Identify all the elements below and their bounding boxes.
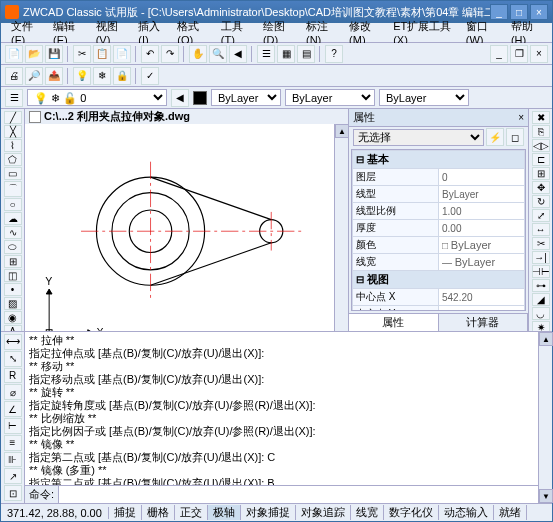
open-button[interactable]: 📂 <box>25 45 43 63</box>
freeze-button[interactable]: ❄ <box>93 67 111 85</box>
color-swatch[interactable] <box>193 91 207 105</box>
ellipse-tool[interactable]: ⬭ <box>4 240 22 254</box>
lock-button[interactable]: 🔒 <box>113 67 131 85</box>
circle-tool[interactable]: ○ <box>4 198 22 211</box>
linear-dim-tool[interactable]: ⟷ <box>4 334 22 350</box>
continue-dim-tool[interactable]: ⊪ <box>4 452 22 468</box>
drawing-canvas[interactable]: X Y <box>25 124 334 331</box>
cut-button[interactable]: ✂ <box>73 45 91 63</box>
command-scrollbar[interactable]: ▲ ▼ <box>538 332 552 503</box>
canvas-scrollbar-vertical[interactable]: ▲ ▼ <box>334 124 348 331</box>
status-正交[interactable]: 正交 <box>175 505 208 520</box>
xline-tool[interactable]: ╳ <box>4 125 22 138</box>
design-center-button[interactable]: ▦ <box>277 45 295 63</box>
command-input[interactable] <box>59 489 538 501</box>
doc-minimize-button[interactable]: _ <box>490 45 508 63</box>
properties-tab[interactable]: 属性 <box>349 314 439 331</box>
coordinates-display[interactable]: 371.42, 28.88, 0.00 <box>1 507 109 519</box>
layer-prev-button[interactable]: ◀ <box>171 89 189 107</box>
explode-tool[interactable]: ✷ <box>532 321 550 331</box>
diameter-dim-tool[interactable]: ⌀ <box>4 384 22 400</box>
lineweight-select[interactable]: ByLayer <box>379 89 469 106</box>
region-tool[interactable]: ◉ <box>4 311 22 324</box>
revcloud-tool[interactable]: ☁ <box>4 212 22 225</box>
fillet-tool[interactable]: ◡ <box>532 307 550 320</box>
status-栅格[interactable]: 栅格 <box>142 505 175 520</box>
status-对象捕捉[interactable]: 对象捕捉 <box>241 505 296 520</box>
baseline-dim-tool[interactable]: ≡ <box>4 435 22 451</box>
undo-button[interactable]: ↶ <box>141 45 159 63</box>
point-tool[interactable]: • <box>4 283 22 296</box>
chamfer-tool[interactable]: ◢ <box>532 293 550 306</box>
array-tool[interactable]: ⊞ <box>532 167 550 180</box>
select-objects-button[interactable]: ◻ <box>506 128 524 146</box>
radius-dim-tool[interactable]: R <box>4 368 22 384</box>
layer-select[interactable]: 💡 ❄ 🔓 0 <box>27 89 167 106</box>
trim-tool[interactable]: ✂ <box>532 237 550 250</box>
status-数字化仪[interactable]: 数字化仪 <box>384 505 439 520</box>
pan-button[interactable]: ✋ <box>189 45 207 63</box>
text-tool[interactable]: A <box>4 325 22 331</box>
redo-button[interactable]: ↷ <box>161 45 179 63</box>
stretch-tool[interactable]: ↔ <box>532 223 550 236</box>
publish-button[interactable]: 📤 <box>45 67 63 85</box>
scale-tool[interactable]: ⤢ <box>532 209 550 222</box>
move-tool[interactable]: ✥ <box>532 181 550 194</box>
erase-tool[interactable]: ✖ <box>532 111 550 124</box>
status-对象追踪[interactable]: 对象追踪 <box>296 505 351 520</box>
layer-props-button[interactable]: ☰ <box>5 89 23 107</box>
tolerance-tool[interactable]: ⊡ <box>4 485 22 501</box>
light-button[interactable]: 💡 <box>73 67 91 85</box>
spline-tool[interactable]: ∿ <box>4 226 22 239</box>
break-tool[interactable]: ⊣⊢ <box>532 265 550 278</box>
aligned-dim-tool[interactable]: ⤡ <box>4 351 22 367</box>
polygon-tool[interactable]: ⬠ <box>4 153 22 166</box>
ordinate-dim-tool[interactable]: ⊢ <box>4 418 22 434</box>
status-捕捉[interactable]: 捕捉 <box>109 505 142 520</box>
status-线宽[interactable]: 线宽 <box>351 505 384 520</box>
insert-tool[interactable]: ⊞ <box>4 255 22 268</box>
paste-button[interactable]: 📄 <box>113 45 131 63</box>
document-tab[interactable]: C:\...2 利用夹点拉伸对象.dwg <box>25 109 348 124</box>
polyline-tool[interactable]: ⌇ <box>4 139 22 152</box>
linetype-select[interactable]: ByLayer <box>285 89 375 106</box>
zoom-prev-button[interactable]: ◀ <box>229 45 247 63</box>
new-button[interactable]: 📄 <box>5 45 23 63</box>
block-tool[interactable]: ◫ <box>4 269 22 282</box>
arc-tool[interactable]: ⌒ <box>4 181 22 197</box>
cmd-scroll-up[interactable]: ▲ <box>539 332 553 346</box>
command-history[interactable]: ** 拉伸 **指定拉伸点或 [基点(B)/复制(C)/放弃(U)/退出(X)]… <box>25 332 538 485</box>
tool-palettes-button[interactable]: ▤ <box>297 45 315 63</box>
properties-grid[interactable]: ⊟ 基本 图层0 线型ByLayer 线型比例1.00 厚度0.00 颜色□ B… <box>351 149 526 311</box>
match-button[interactable]: ✓ <box>141 67 159 85</box>
extend-tool[interactable]: →| <box>532 251 550 264</box>
cmd-scroll-down[interactable]: ▼ <box>539 489 553 503</box>
doc-restore-button[interactable]: ❐ <box>510 45 528 63</box>
join-tool[interactable]: ⊶ <box>532 279 550 292</box>
preview-button[interactable]: 🔎 <box>25 67 43 85</box>
hatch-tool[interactable]: ▨ <box>4 297 22 310</box>
doc-close-button[interactable]: × <box>530 45 548 63</box>
selection-filter-select[interactable]: 无选择 <box>353 129 484 146</box>
help-button[interactable]: ? <box>325 45 343 63</box>
copy-tool[interactable]: ⎘ <box>532 125 550 138</box>
print-button[interactable]: 🖨 <box>5 67 23 85</box>
angular-dim-tool[interactable]: ∠ <box>4 401 22 417</box>
mirror-tool[interactable]: ◁▷ <box>532 139 550 152</box>
offset-tool[interactable]: ⊏ <box>532 153 550 166</box>
quick-select-button[interactable]: ⚡ <box>486 128 504 146</box>
rotate-tool[interactable]: ↻ <box>532 195 550 208</box>
save-button[interactable]: 💾 <box>45 45 63 63</box>
status-极轴[interactable]: 极轴 <box>208 505 241 520</box>
calculator-tab[interactable]: 计算器 <box>439 314 529 331</box>
status-就绪[interactable]: 就绪 <box>494 505 527 520</box>
copy-button[interactable]: 📋 <box>93 45 111 63</box>
status-动态输入[interactable]: 动态输入 <box>439 505 494 520</box>
properties-button[interactable]: ☰ <box>257 45 275 63</box>
zoom-button[interactable]: 🔍 <box>209 45 227 63</box>
rectangle-tool[interactable]: ▭ <box>4 167 22 180</box>
properties-close-button[interactable]: × <box>518 112 524 123</box>
scroll-up-button[interactable]: ▲ <box>335 124 349 138</box>
color-select[interactable]: ByLayer <box>211 89 281 106</box>
leader-tool[interactable]: ↗ <box>4 468 22 484</box>
